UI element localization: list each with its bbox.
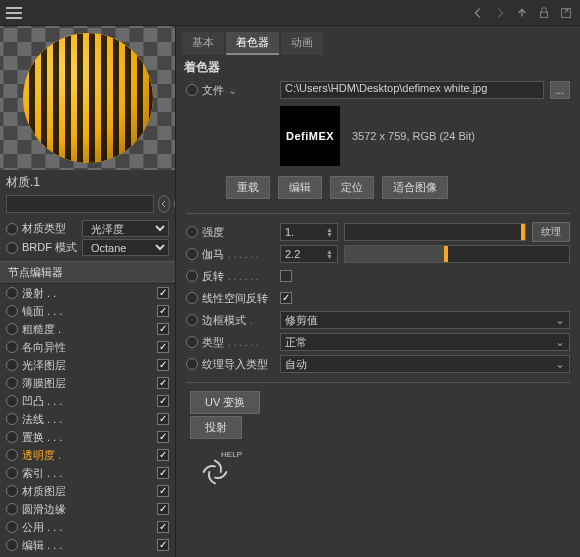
channel-checkbox[interactable] bbox=[157, 395, 169, 407]
channel-checkbox[interactable] bbox=[157, 323, 169, 335]
channel-checkbox[interactable] bbox=[157, 287, 169, 299]
fit-image-button[interactable]: 适合图像 bbox=[382, 176, 448, 199]
up-icon[interactable] bbox=[514, 5, 530, 21]
invert-radio[interactable] bbox=[186, 270, 198, 282]
import-type-select[interactable]: 自动 bbox=[280, 355, 570, 373]
border-radio[interactable] bbox=[186, 314, 198, 326]
section-node-editor: 节点编辑器 bbox=[0, 261, 175, 284]
search-input[interactable] bbox=[6, 195, 154, 213]
material-type-radio[interactable] bbox=[6, 223, 18, 235]
channel-radio[interactable] bbox=[6, 323, 18, 335]
strength-spin[interactable]: 1.▲▼ bbox=[280, 223, 338, 241]
reload-button[interactable]: 重载 bbox=[226, 176, 270, 199]
channel-row[interactable]: 法线 . . . bbox=[0, 410, 175, 428]
browse-button[interactable]: ... bbox=[550, 81, 570, 99]
channel-radio[interactable] bbox=[6, 395, 18, 407]
prop-brdf-label: BRDF 模式 bbox=[22, 240, 78, 255]
channel-row[interactable]: 透明度 . bbox=[0, 446, 175, 464]
channel-radio[interactable] bbox=[6, 539, 18, 551]
strength-slider[interactable] bbox=[344, 223, 526, 241]
group-shader-title: 着色器 bbox=[176, 55, 580, 80]
channel-checkbox[interactable] bbox=[157, 539, 169, 551]
channel-row[interactable]: 凹凸 . . . bbox=[0, 392, 175, 410]
projection-button[interactable]: 投射 bbox=[190, 416, 242, 439]
channel-radio[interactable] bbox=[6, 449, 18, 461]
channel-label: 漫射 . . bbox=[22, 286, 153, 301]
tab-基本[interactable]: 基本 bbox=[182, 32, 224, 55]
linear-radio[interactable] bbox=[186, 292, 198, 304]
file-path-input[interactable]: C:\Users\HDM\Desktop\defimex white.jpg bbox=[280, 81, 544, 99]
import-type-radio[interactable] bbox=[186, 358, 198, 370]
channel-row[interactable]: 漫射 . . bbox=[0, 284, 175, 302]
channel-label: 公用 . . . bbox=[22, 520, 153, 535]
channel-radio[interactable] bbox=[6, 305, 18, 317]
tab-动画[interactable]: 动画 bbox=[281, 32, 323, 55]
help-icon[interactable]: HELP bbox=[196, 453, 236, 493]
channel-checkbox[interactable] bbox=[157, 467, 169, 479]
channel-checkbox[interactable] bbox=[157, 449, 169, 461]
channel-row[interactable]: 各向异性 bbox=[0, 338, 175, 356]
channel-radio[interactable] bbox=[6, 287, 18, 299]
material-name[interactable]: 材质.1 bbox=[6, 174, 169, 191]
channel-checkbox[interactable] bbox=[157, 341, 169, 353]
channel-radio[interactable] bbox=[6, 485, 18, 497]
channel-list: 漫射 . .镜面 . . .粗糙度 .各向异性光泽图层薄膜图层凹凸 . . .法… bbox=[0, 284, 175, 554]
lock-icon[interactable] bbox=[536, 5, 552, 21]
channel-row[interactable]: 圆滑边缘 bbox=[0, 500, 175, 518]
brdf-mode-radio[interactable] bbox=[6, 242, 18, 254]
channel-row[interactable]: 置换 . . . bbox=[0, 428, 175, 446]
gamma-slider[interactable] bbox=[344, 245, 570, 263]
channel-radio[interactable] bbox=[6, 377, 18, 389]
back-icon[interactable] bbox=[470, 5, 486, 21]
uv-transform-button[interactable]: UV 变换 bbox=[190, 391, 260, 414]
channel-row[interactable]: 薄膜图层 bbox=[0, 374, 175, 392]
channel-row[interactable]: 粗糙度 . bbox=[0, 320, 175, 338]
channel-row[interactable]: 编辑 . . . bbox=[0, 536, 175, 554]
channel-checkbox[interactable] bbox=[157, 503, 169, 515]
channel-checkbox[interactable] bbox=[157, 359, 169, 371]
strength-radio[interactable] bbox=[186, 226, 198, 238]
channel-checkbox[interactable] bbox=[157, 521, 169, 533]
linear-checkbox[interactable] bbox=[280, 292, 292, 304]
prev-btn[interactable] bbox=[158, 195, 170, 213]
channel-row[interactable]: 索引 . . . bbox=[0, 464, 175, 482]
type-select[interactable]: 正常 bbox=[280, 333, 570, 351]
type-radio[interactable] bbox=[186, 336, 198, 348]
hamburger-menu[interactable] bbox=[6, 7, 22, 19]
material-type-select[interactable]: 光泽度 bbox=[82, 220, 169, 237]
material-preview[interactable] bbox=[0, 26, 175, 170]
channel-radio[interactable] bbox=[6, 359, 18, 371]
file-radio[interactable] bbox=[186, 84, 198, 96]
border-mode-select[interactable]: 修剪值 bbox=[280, 311, 570, 329]
popout-icon[interactable] bbox=[558, 5, 574, 21]
invert-checkbox[interactable] bbox=[280, 270, 292, 282]
tab-着色器[interactable]: 着色器 bbox=[226, 32, 279, 55]
channel-checkbox[interactable] bbox=[157, 413, 169, 425]
channel-label: 圆滑边缘 bbox=[22, 502, 153, 517]
gamma-spin[interactable]: 2.2▲▼ bbox=[280, 245, 338, 263]
brdf-mode-select[interactable]: Octane bbox=[82, 239, 169, 256]
channel-radio[interactable] bbox=[6, 503, 18, 515]
channel-label: 粗糙度 . bbox=[22, 322, 153, 337]
channel-label: 置换 . . . bbox=[22, 430, 153, 445]
channel-checkbox[interactable] bbox=[157, 305, 169, 317]
channel-row[interactable]: 公用 . . . bbox=[0, 518, 175, 536]
channel-checkbox[interactable] bbox=[157, 485, 169, 497]
channel-row[interactable]: 镜面 . . . bbox=[0, 302, 175, 320]
channel-radio[interactable] bbox=[6, 467, 18, 479]
channel-radio[interactable] bbox=[6, 431, 18, 443]
channel-label: 薄膜图层 bbox=[22, 376, 153, 391]
edit-button[interactable]: 编辑 bbox=[278, 176, 322, 199]
channel-checkbox[interactable] bbox=[157, 431, 169, 443]
texture-thumbnail[interactable]: DefiMEX bbox=[280, 106, 340, 166]
locate-button[interactable]: 定位 bbox=[330, 176, 374, 199]
channel-row[interactable]: 材质图层 bbox=[0, 482, 175, 500]
channel-row[interactable]: 光泽图层 bbox=[0, 356, 175, 374]
channel-radio[interactable] bbox=[6, 341, 18, 353]
channel-label: 索引 . . . bbox=[22, 466, 153, 481]
strength-texture-btn[interactable]: 纹理 bbox=[532, 222, 570, 242]
channel-radio[interactable] bbox=[6, 521, 18, 533]
channel-checkbox[interactable] bbox=[157, 377, 169, 389]
channel-radio[interactable] bbox=[6, 413, 18, 425]
gamma-radio[interactable] bbox=[186, 248, 198, 260]
